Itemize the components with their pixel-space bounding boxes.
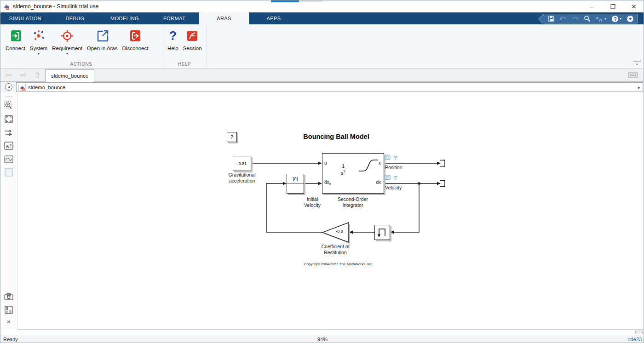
quick-access-toolbar: » ▾ ? ▾ bbox=[543, 14, 638, 23]
session-button[interactable]: Session bbox=[181, 28, 204, 57]
model-canvas[interactable]: ? Bouncing Ball Model -9.81 Gravitationa… bbox=[17, 92, 643, 329]
scope-view-icon[interactable] bbox=[3, 154, 14, 165]
simulink-model-icon bbox=[3, 3, 10, 10]
search-icon[interactable] bbox=[584, 15, 591, 22]
help-button[interactable]: ? Help bbox=[165, 28, 181, 57]
svg-text:»: » bbox=[596, 16, 598, 20]
collapse-ribbon-icon[interactable] bbox=[627, 15, 634, 23]
signal-arrows-icon[interactable] bbox=[3, 127, 14, 138]
ribbon-group-help: ? Help Session HELP bbox=[162, 24, 207, 68]
help-group-label: HELP bbox=[162, 62, 207, 67]
display-badge-icon[interactable] bbox=[385, 175, 391, 180]
integrator-label: Second-OrderIntegrator bbox=[321, 196, 385, 208]
system-button[interactable]: System ▾ bbox=[28, 28, 50, 57]
open-external-icon bbox=[96, 28, 109, 44]
connect-button[interactable]: Connect bbox=[3, 28, 28, 57]
favorites-icon[interactable]: » ▾ bbox=[596, 15, 606, 22]
forward-icon[interactable]: ⇨ bbox=[18, 70, 28, 80]
minimize-ribbon-icon[interactable]: ▲ bbox=[633, 61, 641, 66]
undo-icon[interactable] bbox=[560, 16, 567, 22]
zoom-level: 94% bbox=[0, 337, 644, 342]
help-caret-icon[interactable]: ▾ bbox=[620, 17, 621, 21]
streaming-badge-icon[interactable] bbox=[392, 154, 399, 160]
explorer-toggle-icon[interactable]: ◄ bbox=[5, 83, 12, 91]
connect-label: Connect bbox=[6, 46, 25, 51]
tab-format[interactable]: FORMAT bbox=[150, 12, 199, 24]
session-label: Session bbox=[183, 46, 202, 51]
session-icon bbox=[186, 28, 198, 44]
actions-group-label: ACTIONS bbox=[0, 62, 162, 67]
system-dropdown-icon[interactable]: ▾ bbox=[38, 51, 40, 57]
system-icon bbox=[32, 28, 45, 44]
gravity-block-label: Gravitationalacceleration bbox=[210, 172, 274, 184]
svg-text:A: A bbox=[6, 144, 9, 149]
document-tab-strip: ⇦ ⇨ ⇧ sldemo_bounce bbox=[0, 69, 644, 82]
breadcrumb-model-name[interactable]: sldemo_bounce bbox=[28, 85, 65, 90]
camera-icon[interactable] bbox=[3, 291, 14, 302]
requirement-label: Requirement bbox=[52, 46, 82, 51]
redo-icon[interactable] bbox=[572, 16, 579, 22]
tab-apps[interactable]: APPS bbox=[249, 12, 299, 24]
requirement-dropdown-icon[interactable]: ▾ bbox=[66, 51, 68, 57]
solver-link[interactable]: ode23 bbox=[627, 337, 642, 342]
horizontal-scrollbar[interactable] bbox=[17, 329, 644, 335]
annotation-icon[interactable]: A bbox=[3, 140, 14, 151]
gain-value: -0.8 bbox=[330, 229, 349, 234]
help-circle-icon[interactable]: ? ▾ bbox=[611, 15, 621, 23]
back-icon[interactable]: ⇦ bbox=[3, 70, 13, 80]
requirement-button[interactable]: Requirement ▾ bbox=[50, 28, 85, 57]
help-question-icon: ? bbox=[169, 29, 177, 43]
tab-debug[interactable]: DEBUG bbox=[50, 12, 100, 24]
saturation-curve-icon bbox=[356, 157, 380, 174]
gravity-constant-block[interactable]: -9.81 bbox=[233, 156, 251, 171]
model-file-icon bbox=[18, 84, 26, 91]
zoom-icon[interactable] bbox=[3, 100, 14, 111]
maximize-button[interactable]: ❐ bbox=[602, 0, 623, 12]
display-badge-icon[interactable] bbox=[385, 154, 391, 160]
window-title: sldemo_bounce - Simulink trial use bbox=[13, 3, 98, 10]
copyright-annotation: Copyright 2004-2022 The MathWorks, Inc. bbox=[270, 262, 408, 266]
tab-modeling[interactable]: MODELING bbox=[100, 12, 150, 24]
minimize-button[interactable]: – bbox=[581, 0, 602, 12]
gravity-value: -9.81 bbox=[233, 161, 251, 166]
signal-lines bbox=[17, 92, 643, 329]
second-order-integrator-block[interactable]: u dx0 x dx 1 s2 bbox=[322, 153, 384, 194]
breadcrumb-dropdown-icon[interactable]: ▾ bbox=[638, 86, 640, 90]
save-icon[interactable] bbox=[548, 15, 555, 22]
help-label: Help bbox=[167, 46, 178, 51]
fit-view-icon[interactable] bbox=[3, 114, 14, 125]
keyboard-icon[interactable] bbox=[628, 72, 638, 80]
position-signal-label[interactable]: Position bbox=[385, 165, 402, 170]
scrollbar-grip[interactable] bbox=[635, 331, 643, 334]
palette-divider bbox=[5, 96, 12, 97]
port-u: u bbox=[324, 160, 327, 166]
tab-aras[interactable]: ARAS bbox=[199, 12, 249, 24]
ribbon-group-actions: Connect System ▾ Requirement ▾ bbox=[0, 24, 162, 68]
streaming-badge-icon[interactable] bbox=[392, 175, 399, 180]
svg-text:?: ? bbox=[614, 16, 616, 21]
expand-chevron-icon[interactable]: » bbox=[7, 318, 10, 325]
ribbon-toolbar: Connect System ▾ Requirement ▾ bbox=[0, 24, 644, 69]
velocity-signal-label[interactable]: Velocity bbox=[385, 185, 402, 190]
title-bar: sldemo_bounce - Simulink trial use – ❐ ✕ bbox=[0, 0, 644, 12]
open-in-aras-button[interactable]: Open in Aras bbox=[85, 28, 120, 57]
progress-bar-track bbox=[299, 0, 323, 2]
memory-block[interactable] bbox=[374, 225, 390, 240]
tab-simulation[interactable]: SIMULATION bbox=[0, 12, 50, 24]
initial-velocity-block[interactable]: [0] bbox=[287, 174, 304, 194]
document-tab-sldemo-bounce[interactable]: sldemo_bounce bbox=[45, 69, 94, 82]
through-line bbox=[287, 183, 304, 183]
transfer-function: 1 s2 bbox=[335, 163, 351, 176]
up-icon[interactable]: ⇧ bbox=[33, 70, 43, 80]
open-in-aras-label: Open in Aras bbox=[87, 46, 117, 51]
simulink-window: sldemo_bounce - Simulink trial use – ❐ ✕… bbox=[0, 0, 644, 343]
model-info-block[interactable]: ? bbox=[227, 132, 237, 142]
viewmarks-icon[interactable] bbox=[3, 304, 14, 315]
connect-icon bbox=[9, 28, 22, 44]
favorites-caret-icon[interactable]: ▾ bbox=[604, 17, 606, 21]
close-button[interactable]: ✕ bbox=[623, 0, 644, 12]
disconnect-button[interactable]: Disconnect bbox=[120, 28, 151, 57]
model-title: Bouncing Ball Model bbox=[267, 133, 405, 140]
breadcrumb[interactable]: sldemo_bounce ▾ bbox=[16, 82, 643, 92]
area-box-icon[interactable] bbox=[3, 167, 14, 178]
